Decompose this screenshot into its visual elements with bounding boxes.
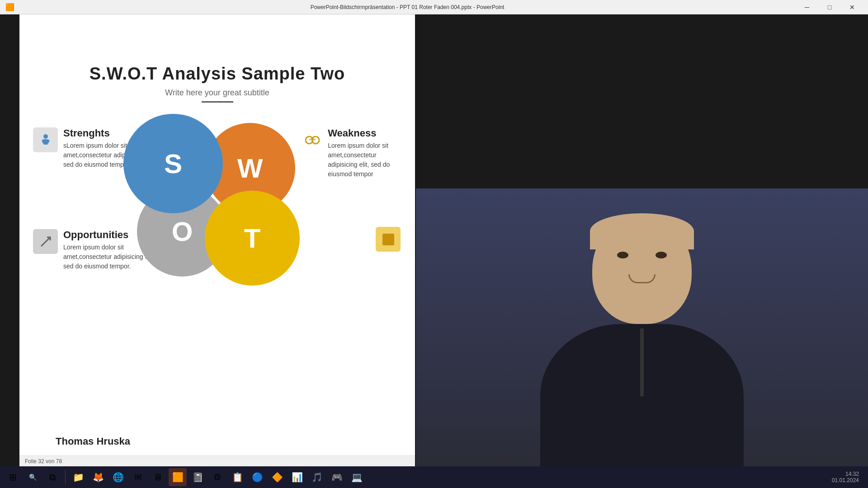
- opportunities-icon: [33, 229, 58, 254]
- slide-info: Folie 32 von 78: [25, 458, 62, 465]
- left-border: [0, 0, 19, 488]
- media-button[interactable]: 🎵: [308, 468, 326, 486]
- clipboard-button[interactable]: 📋: [228, 468, 246, 486]
- minimize-button[interactable]: ─: [797, 0, 817, 14]
- svg-rect-6: [382, 234, 394, 245]
- title-bar: 🟧 PowerPoint-Bildschirmpräsentation - PP…: [0, 0, 868, 14]
- swot-diagram: S W O T: [110, 114, 313, 295]
- office-button[interactable]: 🔶: [268, 468, 286, 486]
- close-button[interactable]: ✕: [842, 0, 863, 14]
- right-dark-area: [415, 14, 868, 188]
- chrome-button[interactable]: 🌐: [109, 468, 127, 486]
- start-button[interactable]: ⊞: [4, 468, 22, 486]
- game-button[interactable]: 🎮: [328, 468, 346, 486]
- search-button[interactable]: 🔍: [24, 468, 42, 486]
- title-underline: [202, 101, 233, 103]
- onenote-button[interactable]: 📓: [189, 468, 207, 486]
- window-controls: ─ □ ✕: [797, 0, 863, 14]
- svg-point-0: [43, 134, 48, 139]
- powerpoint-taskbar-button[interactable]: 🟧: [169, 468, 187, 486]
- presenter-video: [416, 188, 868, 488]
- video-panel: [416, 188, 868, 488]
- threats-icon: [376, 227, 401, 252]
- powerpoint-icon: 🟧: [5, 3, 14, 11]
- slide-status: Folie 32 von 78: [19, 455, 415, 466]
- o-label: O: [172, 216, 193, 247]
- weakness-icon: [302, 127, 322, 152]
- system-tray: 14:32 01.01.2024: [826, 471, 864, 483]
- author-name: Thomas Hruska: [56, 436, 130, 447]
- slide-title: S.W.O.T Analysis Sample Two: [38, 64, 397, 84]
- weakness-heading: Weakness: [328, 127, 406, 139]
- circle-s: S: [123, 114, 223, 213]
- monitor-button[interactable]: 🖥: [149, 468, 167, 486]
- taskview-button[interactable]: ⧉: [43, 468, 61, 486]
- excel-button[interactable]: 📊: [288, 468, 306, 486]
- teams-button[interactable]: 🔵: [248, 468, 266, 486]
- settings-button[interactable]: ⚙: [208, 468, 226, 486]
- s-label: S: [164, 148, 182, 179]
- strengths-icon: [33, 127, 58, 152]
- slide-content: S.W.O.T Analysis Sample Two Write here y…: [19, 14, 415, 488]
- weakness-section: Weakness Lorem ipsum dolor sit amet,cons…: [302, 127, 406, 179]
- maximize-button[interactable]: □: [819, 0, 840, 14]
- threats-section: [376, 227, 406, 252]
- explorer-button[interactable]: 📁: [69, 468, 87, 486]
- computer-button[interactable]: 💻: [348, 468, 366, 486]
- w-label: W: [237, 153, 263, 184]
- weakness-text: Weakness Lorem ipsum dolor sit amet,cons…: [328, 127, 406, 179]
- firefox-button[interactable]: 🦊: [89, 468, 107, 486]
- outlook-button[interactable]: ✉: [129, 468, 147, 486]
- t-label: T: [244, 223, 261, 254]
- taskbar: ⊞ 🔍 ⧉ 📁 🦊 🌐 ✉ 🖥 🟧 📓 ⚙ 📋 🔵 🔶 📊 🎵 🎮 💻 14:3…: [0, 466, 868, 488]
- window-title: PowerPoint-Bildschirmpräsentation - PPT …: [18, 4, 797, 10]
- slide-area: S.W.O.T Analysis Sample Two Write here y…: [19, 14, 415, 488]
- circle-t: T: [205, 191, 300, 286]
- slide-subtitle: Write here your great subtitle: [38, 88, 397, 98]
- weakness-body: Lorem ipsum dolor sit amet,consectetur a…: [328, 141, 406, 179]
